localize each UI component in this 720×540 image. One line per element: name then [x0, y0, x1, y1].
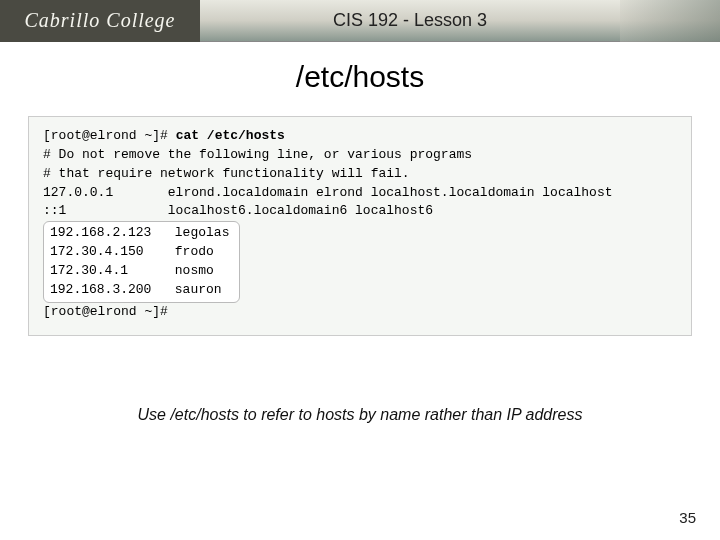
- host-entry: 172.30.4.150 frodo: [50, 243, 229, 262]
- terminal-line: # Do not remove the following line, or v…: [43, 146, 677, 165]
- slide-caption: Use /etc/hosts to refer to hosts by name…: [0, 406, 720, 424]
- page-title: /etc/hosts: [0, 60, 720, 94]
- terminal-line: [root@elrond ~]#: [43, 303, 677, 322]
- terminal-output: [root@elrond ~]# cat /etc/hosts # Do not…: [28, 116, 692, 336]
- terminal-line: # that require network functionality wil…: [43, 165, 677, 184]
- page-number: 35: [679, 509, 696, 526]
- prompt: [root@elrond ~]#: [43, 128, 176, 143]
- terminal-line: [root@elrond ~]# cat /etc/hosts: [43, 127, 677, 146]
- header-photo: [620, 0, 720, 42]
- host-entry: 192.168.3.200 sauron: [50, 281, 229, 300]
- command: cat /etc/hosts: [176, 128, 285, 143]
- host-entry: 172.30.4.1 nosmo: [50, 262, 229, 281]
- college-logo: Cabrillo College: [0, 0, 200, 42]
- highlighted-hosts: 192.168.2.123 legolas 172.30.4.150 frodo…: [43, 221, 240, 302]
- host-entry: 192.168.2.123 legolas: [50, 224, 229, 243]
- logo-text: Cabrillo College: [25, 9, 176, 32]
- terminal-line: ::1 localhost6.localdomain6 localhost6: [43, 202, 677, 221]
- slide-header: Cabrillo College CIS 192 - Lesson 3: [0, 0, 720, 42]
- terminal-line: 127.0.0.1 elrond.localdomain elrond loca…: [43, 184, 677, 203]
